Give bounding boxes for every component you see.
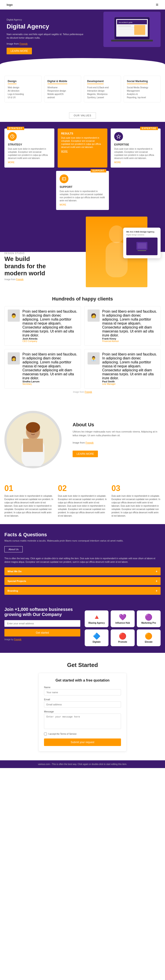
hero-description: Nam venenatis cras sed felis eget alique…	[6, 32, 83, 40]
join-email-input[interactable]	[5, 620, 80, 627]
faq-subtitle: Mauris cursus mattis molestie a iaculis.…	[5, 539, 160, 542]
client-role-frank: Financial Advisor	[102, 340, 157, 342]
message-textarea[interactable]	[44, 714, 121, 729]
promote-name: Promote	[114, 641, 131, 643]
digitale-name: Digitale	[88, 641, 105, 643]
promote-icon: 🔴	[114, 633, 131, 640]
faq-about-us-button[interactable]: About Us	[5, 546, 23, 552]
join-get-started-button[interactable]: Get started	[5, 629, 80, 636]
footer: various.com - This is often the best way…	[0, 760, 165, 768]
ds-credit-link[interactable]: Freepik	[16, 278, 23, 281]
get-started-section: Get Started Get started with a free quot…	[0, 653, 165, 760]
faq-body-text: This is often the best way. Click again …	[5, 557, 160, 564]
about-section: About Us Ultrices leo integer malesuada …	[0, 402, 165, 477]
svg-rect-25	[23, 439, 43, 452]
hero-image-credit: Image from Freepik	[6, 42, 83, 46]
service-list-dev: Front-end & Back-end Interaction design …	[87, 86, 118, 99]
hero-cta-button[interactable]: LEARN MORE	[6, 48, 32, 54]
feature-title-support: SUPPORT	[60, 185, 105, 189]
elevate-name: Elevate	[140, 641, 157, 643]
service-list-design: Web design Art direction Logo & branding…	[8, 86, 38, 99]
num-text-02: Duis aute irure dolor in reprehenderit i…	[58, 494, 107, 517]
feature-more-expertise[interactable]: MORE	[114, 161, 121, 164]
client-info-frank: Proin sed libero enim sed faucibus. In a…	[102, 310, 157, 342]
client-role-sindha: Secretary	[22, 383, 78, 385]
feature-more-support[interactable]: MORE	[60, 204, 66, 206]
join-credit-link[interactable]: Freepik	[14, 638, 21, 641]
about-credit-link[interactable]: Freepik	[86, 441, 94, 444]
num-label-03: 03	[112, 484, 160, 493]
client-card-paul: 👨‍💼 Proin sed libero enim sed faucibus. …	[84, 349, 161, 388]
svg-rect-7	[118, 27, 135, 28]
faq-item-branding[interactable]: Branding +	[5, 587, 160, 595]
svg-point-29	[35, 431, 36, 432]
hamburger-icon[interactable]: ≡	[156, 2, 159, 7]
name-label: Name	[44, 686, 121, 689]
clients-grid: 👨 Proin sed libero enim sed faucibus. In…	[5, 306, 160, 388]
feature-tag-expertise: EXPERTISE	[140, 127, 158, 130]
join-logo-promote: 🔴 Promote	[111, 629, 134, 646]
faq-item-what-we-do[interactable]: What We Do +	[5, 567, 160, 575]
service-card-dev: Development Front-end & Back-end Interac…	[84, 76, 121, 102]
feature-card-strategy: STRATEGY STRATEGY Duis aute irure dolor …	[5, 129, 54, 167]
numbered-grid: 01 Duis aute irure dolor in reprehenderi…	[5, 484, 160, 517]
ds-text-area: DESIGN STUDIO We build brands for the mo…	[5, 252, 49, 281]
feature-title-expertise: EXPERTISE	[114, 143, 157, 146]
svg-point-27	[26, 422, 40, 433]
terms-checkbox[interactable]	[44, 732, 47, 735]
svg-rect-21	[137, 250, 146, 251]
num-text-03: Duis aute irure dolor in reprehenderit i…	[112, 494, 160, 517]
faq-arrow-2: +	[156, 589, 157, 593]
name-input[interactable]	[44, 689, 121, 695]
about-description: Ultrices leo integer malesuada nunc vel …	[72, 430, 160, 438]
about-learn-more-button[interactable]: LEARN MORE	[72, 450, 98, 457]
client-role-josh: CEO Company	[22, 340, 78, 342]
feature-desc-results: Duis aute irure dolor in reprehenderit i…	[61, 137, 104, 149]
faq-title: Facts & Questions	[5, 532, 160, 538]
service-card-social: Social Marketing Social Media Strategy M…	[124, 76, 161, 102]
about-title: About Us	[72, 422, 160, 428]
marketing-icon: 🟣	[140, 614, 157, 621]
submit-button[interactable]: Submit your request	[44, 738, 121, 746]
values-button[interactable]: OUR VALUES	[69, 112, 96, 119]
email-input[interactable]	[44, 702, 121, 708]
clients-title: Hundreds of happy clients	[5, 296, 160, 302]
ds-content-area: We Are A Web Design Agency. Digital desi…	[0, 216, 165, 287]
design-studio-section: We Are A Web Design Agency. Digital desi…	[0, 216, 165, 287]
email-label: Email	[44, 698, 121, 701]
form-group-email: Email	[44, 698, 121, 708]
join-logos-grid: 🔺 Blazing Agency 💜 Influence Hub 🟣 Marke…	[85, 611, 160, 646]
feature-card-expertise: EXPERTISE EXPERTISE Duis aute irure dolo…	[111, 129, 160, 167]
svg-point-28	[30, 431, 31, 432]
svg-rect-2	[111, 40, 153, 41]
footer-text: various.com - This is often the best way…	[5, 763, 160, 765]
faq-item-label-0: What We Do	[8, 570, 22, 573]
form-group-message: Message	[44, 710, 121, 730]
clients-credit-link[interactable]: Freepik	[85, 391, 92, 393]
service-list-digital: Wireframe Responsive design Mobile apps/…	[47, 86, 78, 99]
client-text-sindha: Proin sed libero enim sed faucibus. In a…	[22, 352, 78, 380]
client-avatar-icon-paul: 👨‍💼	[88, 352, 100, 364]
join-logo-blazing: 🔺 Blazing Agency	[85, 611, 108, 627]
faq-item-special-projects[interactable]: Special Projects +	[5, 577, 160, 585]
client-info-paul: Proin sed libero enim sed faucibus. In a…	[102, 352, 157, 385]
clients-image-credit: Image from Freepik	[5, 391, 160, 393]
hero-wave	[0, 58, 165, 69]
digitale-icon: 🔷	[88, 633, 105, 640]
feature-more-strategy[interactable]: MORE	[8, 161, 14, 164]
service-title-digital: Digital & Mobile	[47, 80, 67, 84]
hero-credit-link[interactable]: Freepik	[20, 42, 28, 45]
join-logo-elevate: 🟠 Elevate	[137, 629, 160, 646]
client-text-josh: Proin sed libero enim sed faucibus. In a…	[22, 310, 78, 337]
terms-checkbox-area: I accept the Terms of Service	[44, 732, 121, 735]
get-started-title: Get Started	[5, 662, 160, 668]
about-content: About Us Ultrices leo integer malesuada …	[72, 422, 160, 457]
feature-card-results: RESULTS Duis aute irure dolor in reprehe…	[58, 129, 108, 167]
influence-icon: 💜	[114, 614, 131, 621]
terms-label: I accept the Terms of Service	[48, 733, 77, 735]
ds-card-image	[126, 237, 157, 255]
feature-more-results[interactable]: MORE	[61, 150, 68, 153]
join-layout: Join +1,000 software businesses growing …	[5, 607, 160, 646]
service-card-design: Design Web design Art direction Logo & b…	[5, 76, 42, 102]
svg-text:the architect's guide: the architect's guide	[119, 22, 132, 24]
